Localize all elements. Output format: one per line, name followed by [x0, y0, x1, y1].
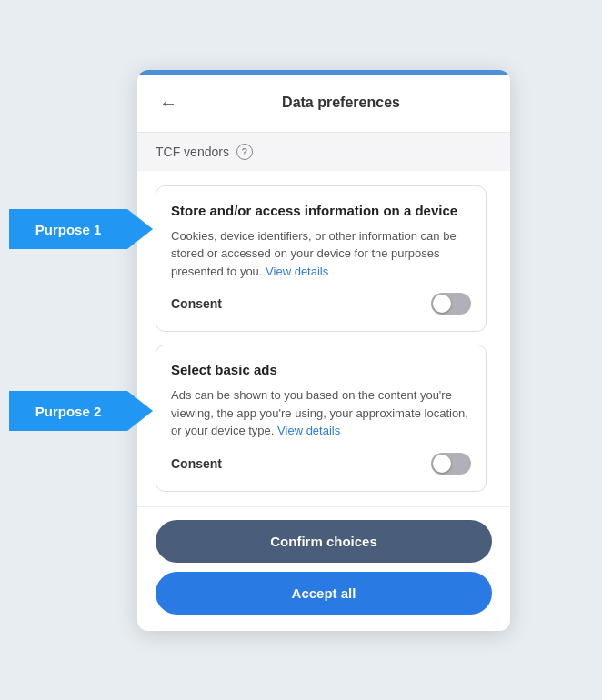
purpose-card-2: Select basic ads Ads can be shown to you… [156, 345, 487, 492]
purpose-2-consent-row: Consent [171, 453, 471, 475]
back-arrow-icon: ← [159, 93, 177, 114]
arrow-body-2: Purpose 2 [9, 391, 127, 431]
arrow-body-1: Purpose 1 [9, 209, 127, 249]
purpose-2-title: Select basic ads [171, 362, 471, 377]
modal-card: ← Data preferences TCF vendors ? Store a… [137, 70, 510, 631]
footer-buttons: Confirm choices Accept all [137, 506, 510, 631]
purpose-1-view-details-link[interactable]: View details [266, 265, 328, 278]
accept-all-button[interactable]: Accept all [156, 572, 492, 615]
purpose-2-toggle-thumb [433, 455, 451, 473]
purpose-1-arrow: Purpose 1 [9, 209, 127, 249]
confirm-choices-button[interactable]: Confirm choices [156, 520, 492, 563]
arrow-shape-1: Purpose 1 [9, 209, 127, 249]
page-wrapper: Purpose 1 Purpose 2 ← Data preferences T… [0, 0, 602, 700]
back-button[interactable]: ← [156, 89, 181, 117]
modal-header: ← Data preferences [137, 75, 510, 133]
arrow-1-label: Purpose 1 [35, 222, 102, 237]
modal-title: Data preferences [190, 95, 492, 111]
arrow-2-label: Purpose 2 [35, 404, 102, 419]
purpose-1-title: Store and/or access information on a dev… [171, 203, 471, 218]
purpose-2-toggle[interactable] [431, 453, 471, 475]
purpose-2-view-details-link[interactable]: View details [277, 424, 340, 437]
purpose-1-consent-label: Consent [171, 296, 222, 311]
purpose-2-description: Ads can be shown to you based on the con… [171, 386, 471, 440]
purpose-1-consent-row: Consent [171, 293, 471, 315]
tcf-header: TCF vendors ? [137, 133, 510, 171]
purposes-scroll-area[interactable]: Store and/or access information on a dev… [137, 171, 510, 506]
purpose-1-toggle-thumb [433, 295, 451, 313]
purpose-2-arrow: Purpose 2 [9, 391, 127, 431]
purpose-1-toggle[interactable] [431, 293, 471, 315]
tcf-label: TCF vendors [156, 145, 229, 159]
purpose-card-1: Store and/or access information on a dev… [156, 185, 487, 333]
purpose-2-consent-label: Consent [171, 456, 222, 471]
arrow-shape-2: Purpose 2 [9, 391, 127, 431]
purpose-1-description: Cookies, device identifiers, or other in… [171, 227, 471, 281]
help-icon[interactable]: ? [236, 144, 253, 160]
